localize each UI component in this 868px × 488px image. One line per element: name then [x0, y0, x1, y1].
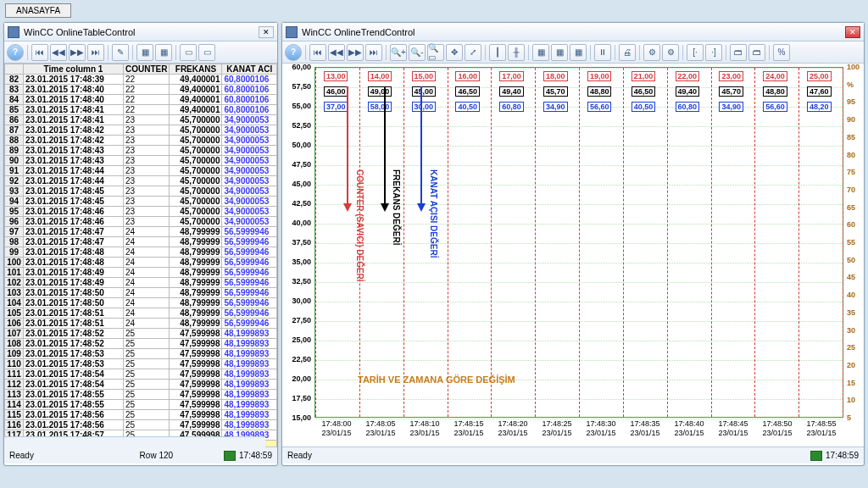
table-row[interactable]: 10823.01.2015 17:48:522547,59999848,1999…: [5, 339, 277, 349]
cols-button[interactable]: ▦: [136, 44, 153, 61]
table-row[interactable]: 9523.01.2015 17:48:462345,70000034,90000…: [5, 207, 277, 217]
help-button[interactable]: ?: [7, 44, 24, 61]
value-box: 34,90: [719, 102, 743, 112]
table-row[interactable]: 10323.01.2015 17:48:502448,79999956,5999…: [5, 288, 277, 298]
span1[interactable]: [·: [687, 44, 704, 61]
table-row[interactable]: 11123.01.2015 17:48:542547,59999848,1999…: [5, 369, 277, 380]
trend-time: 17:48:59: [826, 451, 859, 460]
table-row[interactable]: 9223.01.2015 17:48:442345,70000034,90000…: [5, 176, 277, 186]
trend-ready: Ready: [287, 451, 312, 460]
table-close-button[interactable]: ✕: [259, 26, 274, 38]
table-row[interactable]: 8723.01.2015 17:48:422345,70000034,90000…: [5, 125, 277, 136]
table-row[interactable]: 8923.01.2015 17:48:432345,70000034,90000…: [5, 146, 277, 156]
value-box: 23,00: [719, 71, 743, 81]
cfg1[interactable]: ⚙: [643, 44, 660, 61]
pause[interactable]: ⏸: [594, 44, 611, 61]
table-row[interactable]: 11423.01.2015 17:48:552547,59999848,1999…: [5, 400, 277, 410]
next-button[interactable]: ▶▶: [69, 44, 86, 61]
pct[interactable]: %: [773, 44, 790, 61]
table-row[interactable]: 9423.01.2015 17:48:452345,70000034,90000…: [5, 197, 277, 207]
table-row[interactable]: 10923.01.2015 17:48:532547,59999848,1999…: [5, 349, 277, 359]
table-row[interactable]: 8623.01.2015 17:48:412345,70000034,90000…: [5, 115, 277, 125]
trend-panel: WinCC OnlineTrendControl ✕ ? ⏮ ◀◀ ▶▶ ⏭ 🔍…: [281, 22, 865, 466]
table-icon: [8, 26, 19, 38]
table-row[interactable]: 8823.01.2015 17:48:422345,70000034,90000…: [5, 136, 277, 146]
trend-toolbar: ? ⏮ ◀◀ ▶▶ ⏭ 🔍+ 🔍- 🔍▭ ✥ ⤢ ┃ ╫ ▦ ▦ ▦ ⏸ 🖨 ⚙…: [282, 42, 864, 64]
table-row[interactable]: 9023.01.2015 17:48:432345,70000034,90000…: [5, 156, 277, 166]
edit-button[interactable]: ✎: [112, 44, 129, 61]
cfg2[interactable]: ⚙: [662, 44, 679, 61]
table-row[interactable]: 10223.01.2015 17:48:492448,79999956,5999…: [5, 278, 277, 288]
table-row[interactable]: 9823.01.2015 17:48:472448,79999956,59999…: [5, 237, 277, 247]
table-row[interactable]: 10423.01.2015 17:48:502448,79999956,5999…: [5, 298, 277, 308]
value-box: 60,80: [499, 102, 524, 112]
value-box: 58,00: [368, 102, 392, 112]
db2[interactable]: 🗃: [748, 44, 765, 61]
prev-button[interactable]: ◀◀: [50, 44, 67, 61]
table-row[interactable]: 8523.01.2015 17:48:412249,40000160,80001…: [5, 105, 277, 115]
move[interactable]: ✥: [446, 44, 463, 61]
table-row[interactable]: 10623.01.2015 17:48:512448,79999956,5999…: [5, 319, 277, 329]
table-row[interactable]: 11223.01.2015 17:48:542547,59999848,1999…: [5, 380, 277, 390]
table-title: WinCC OnlineTableControl: [24, 27, 135, 37]
table-row[interactable]: 9723.01.2015 17:48:472448,79999956,59999…: [5, 227, 277, 237]
grid2[interactable]: ▦: [551, 44, 568, 61]
table-row[interactable]: 8323.01.2015 17:48:402249,40000160,80001…: [5, 85, 277, 95]
table-row[interactable]: 9923.01.2015 17:48:482448,79999956,59999…: [5, 247, 277, 258]
table-row[interactable]: 9323.01.2015 17:48:452345,70000034,90000…: [5, 186, 277, 197]
zoom-area[interactable]: 🔍▭: [427, 44, 444, 61]
last-button[interactable]: ⏭: [87, 44, 104, 61]
value-box: 15,00: [412, 71, 437, 81]
zoom-out[interactable]: 🔍-: [409, 44, 426, 61]
value-box: 22,00: [676, 71, 700, 81]
h-scrollbar[interactable]: [4, 436, 265, 448]
table-row[interactable]: 11323.01.2015 17:48:552547,59999848,1999…: [5, 390, 277, 400]
table-panel: WinCC OnlineTableControl ✕ ? ⏮ ◀◀ ▶▶ ⏭ ✎…: [3, 22, 278, 466]
grid3[interactable]: ▦: [570, 44, 587, 61]
table-row[interactable]: 11623.01.2015 17:48:562547,59999848,1999…: [5, 420, 277, 430]
table-row[interactable]: 8223.01.2015 17:48:392249,40000160,80001…: [5, 75, 277, 85]
table-row[interactable]: 9123.01.2015 17:48:442345,70000034,90000…: [5, 166, 277, 176]
span2[interactable]: ·]: [705, 44, 722, 61]
data-grid[interactable]: Time column 1COUNTERFREKANSKANAT ACI8223…: [4, 64, 277, 446]
trend-close-button[interactable]: ✕: [845, 26, 860, 38]
value-box: 40,50: [455, 102, 480, 112]
opt2-button[interactable]: ▭: [198, 44, 215, 61]
value-box: 18,00: [543, 71, 568, 81]
table-row[interactable]: 11023.01.2015 17:48:532547,59999848,1999…: [5, 359, 277, 369]
value-box: 48,80: [763, 86, 787, 97]
table-row[interactable]: 9623.01.2015 17:48:462345,70000034,90000…: [5, 217, 277, 227]
home-button[interactable]: ANASAYFA: [5, 3, 71, 18]
value-box: 49,00: [368, 86, 392, 97]
db1[interactable]: 🗃: [730, 44, 747, 61]
t-next[interactable]: ▶▶: [347, 44, 364, 61]
table-row[interactable]: 10723.01.2015 17:48:522547,59999848,1999…: [5, 329, 277, 339]
table-row[interactable]: 8423.01.2015 17:48:402249,40000160,80001…: [5, 95, 277, 105]
t-prev[interactable]: ◀◀: [328, 44, 345, 61]
trend-help-button[interactable]: ?: [285, 44, 302, 61]
cols2-button[interactable]: ▦: [155, 44, 172, 61]
table-row[interactable]: 11523.01.2015 17:48:562547,59999848,1999…: [5, 410, 277, 420]
table-row[interactable]: 10123.01.2015 17:48:492448,79999956,5999…: [5, 268, 277, 278]
plot-area: 13,0014,0015,0016,0017,0018,0019,0021,00…: [314, 67, 843, 418]
value-box: 56,60: [763, 102, 787, 112]
first-button[interactable]: ⏮: [31, 44, 48, 61]
table-row[interactable]: 10523.01.2015 17:48:512448,79999956,5999…: [5, 308, 277, 319]
table-row[interactable]: 10023.01.2015 17:48:482448,79999956,5999…: [5, 258, 277, 268]
grid1[interactable]: ▦: [532, 44, 549, 61]
fit[interactable]: ⤢: [465, 44, 481, 61]
print[interactable]: 🖨: [619, 44, 636, 61]
ruler1[interactable]: ┃: [489, 44, 506, 61]
value-box: 46,00: [324, 86, 348, 97]
t-first[interactable]: ⏮: [309, 44, 326, 61]
opt1-button[interactable]: ▭: [180, 44, 197, 61]
ruler2[interactable]: ╫: [508, 44, 525, 61]
chart-area[interactable]: 60,0057,5055,0052,5050,0047,5045,0042,50…: [282, 64, 864, 446]
value-box: 24,00: [763, 71, 787, 81]
value-box: 48,80: [587, 86, 612, 97]
t-last[interactable]: ⏭: [365, 44, 382, 61]
zoom-in[interactable]: 🔍+: [390, 44, 407, 61]
trend-icon: [286, 26, 298, 38]
x-axis: 17:48:0023/01/1517:48:0523/01/1517:48:10…: [314, 419, 843, 446]
value-box: 37,00: [324, 102, 348, 112]
